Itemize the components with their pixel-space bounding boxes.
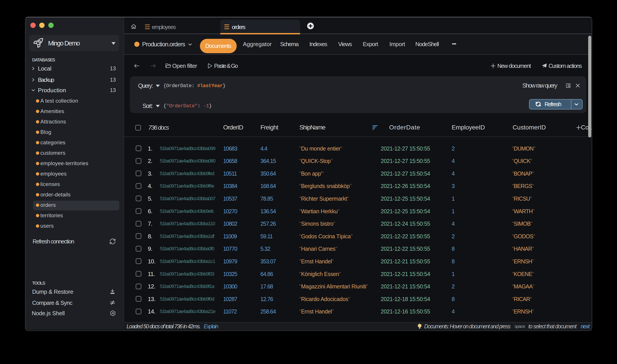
svg-text:JS: JS bbox=[112, 312, 114, 314]
